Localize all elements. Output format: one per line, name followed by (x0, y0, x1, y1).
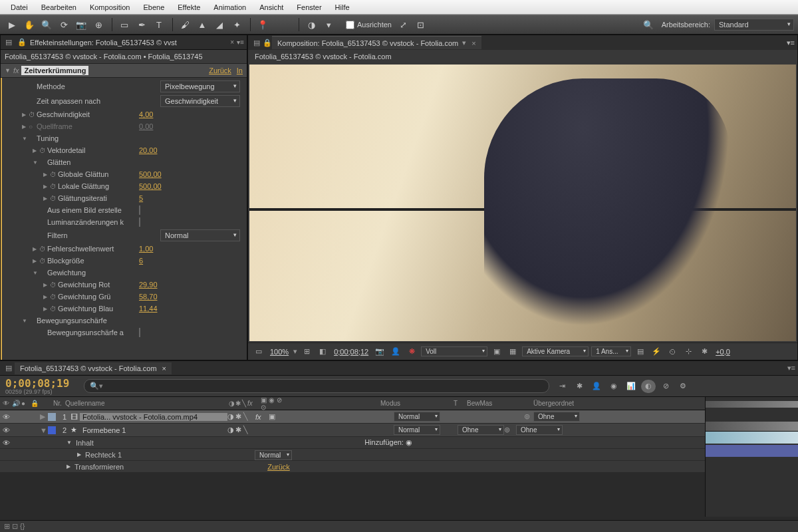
twirl-icon[interactable]: ▶ (33, 148, 39, 154)
twirl-icon[interactable]: ▶ (43, 184, 50, 190)
menu-ebene[interactable]: Ebene (136, 1, 171, 13)
ausrichten-checkbox[interactable] (346, 21, 354, 29)
misc1-icon[interactable]: ◑ (303, 17, 319, 32)
roto-tool-icon[interactable]: ✦ (229, 17, 245, 32)
property-row[interactable]: ▶⏱Gewichtung Blau11,44 (2, 303, 247, 315)
fast-icon[interactable]: ⚡ (650, 346, 663, 358)
prop-value[interactable]: 500,00 (139, 182, 162, 190)
property-row[interactable]: ▼Bewegungsunschärfe (2, 315, 247, 327)
menu-datei[interactable]: Datei (4, 1, 35, 13)
tree-icon[interactable]: ⊹ (682, 346, 695, 358)
twirl-icon[interactable]: ▶ (43, 294, 50, 300)
property-row[interactable]: ▶⏱Gewichtung Grü58,70 (2, 291, 247, 303)
exposure-value[interactable]: +0,0 (714, 348, 732, 356)
property-row[interactable]: ▶⏱Lokale Glättung500,00 (2, 180, 247, 192)
menu-komposition[interactable]: Komposition (83, 1, 137, 13)
pixel-icon[interactable]: ▤ (634, 346, 647, 358)
rgb-icon[interactable]: ❋ (405, 346, 418, 358)
stopwatch-icon[interactable]: ⏱ (50, 293, 58, 301)
twirl-icon[interactable]: ▼ (33, 270, 39, 276)
comp-panel-menu2-icon[interactable]: ▾≡ (787, 39, 795, 47)
twirl-icon[interactable]: ▶ (43, 282, 50, 288)
add-button-icon[interactable]: ◉ (406, 438, 412, 446)
transform-reset-link[interactable]: Zurück (267, 463, 290, 471)
property-row[interactable]: ▶⏱Fehlerschwellenwert1,00 (2, 243, 247, 255)
prop-value[interactable]: 29,90 (139, 281, 158, 289)
stamp-tool-icon[interactable]: ▲ (194, 17, 210, 32)
exposure-icon[interactable]: ✱ (698, 346, 711, 358)
view-dropdown[interactable]: Aktive Kamera (522, 346, 589, 356)
prop-value[interactable]: 4,00 (139, 110, 153, 118)
twirl-icon[interactable]: ▶ (43, 172, 50, 178)
snap1-icon[interactable]: ⤢ (396, 17, 412, 32)
effects-tab-title[interactable]: Effekteinstellungen: Fotolia_65137453 © … (30, 39, 227, 47)
prop-checkbox[interactable] (139, 205, 140, 215)
tl-shy-icon[interactable]: 👤 (589, 380, 604, 393)
magnify-icon[interactable]: ▭ (252, 346, 265, 358)
text-tool-icon[interactable]: T (151, 17, 167, 32)
prop-checkbox[interactable] (139, 328, 140, 337)
parent-dropdown[interactable]: Ohne (516, 425, 563, 435)
twirl-icon[interactable]: ▶ (33, 246, 39, 252)
menu-hilfe[interactable]: Hilfe (329, 1, 356, 13)
fx-twirl-icon[interactable]: ▼ (5, 67, 11, 74)
hand-tool-icon[interactable]: ✋ (21, 17, 37, 32)
timeline-ruler[interactable]: :00s (705, 397, 798, 517)
menu-bearbeiten[interactable]: Bearbeiten (35, 1, 83, 13)
layer-name-label[interactable]: Formebene 1 (80, 426, 227, 434)
layer-row-1[interactable]: 👁 ▶ 1 🎞 Fotolia... vvstock - Fotolia.com… (0, 410, 705, 424)
camera-tool-icon[interactable]: 📷 (73, 17, 89, 32)
panel-menu-icon[interactable]: ▤ (3, 37, 14, 48)
menu-effekte[interactable]: Effekte (171, 1, 207, 13)
prop-dropdown[interactable]: Pixelbewegung (160, 80, 240, 92)
tl-draft-icon[interactable]: ◐ (641, 380, 656, 393)
property-row[interactable]: Zeit anpassen nachGeschwindigkeit (2, 94, 247, 108)
stopwatch-icon[interactable]: ⏱ (50, 305, 58, 313)
composition-viewer[interactable] (249, 65, 796, 341)
panel-menu2-icon[interactable]: ▾≡ (237, 39, 244, 46)
tl-tool7-icon[interactable]: ⊘ (658, 380, 673, 393)
layer-color-swatch[interactable] (48, 426, 56, 434)
time1-icon[interactable]: ⏲ (666, 346, 679, 358)
twirl-icon[interactable]: ▶ (43, 306, 50, 312)
fx-reset-link[interactable]: Zurück (209, 66, 231, 74)
tl-panel-icon[interactable]: ▤ (5, 364, 12, 372)
shape-track-bar[interactable] (706, 445, 798, 457)
twirl-icon[interactable]: ▶ (33, 258, 39, 264)
prop-value[interactable]: 6 (139, 257, 143, 265)
prop-value[interactable]: 500,00 (139, 170, 162, 178)
tl-graph-icon[interactable]: 📊 (624, 380, 638, 393)
selection-tool-icon[interactable]: ▶ (4, 17, 20, 32)
rotate-tool-icon[interactable]: ⟳ (56, 17, 72, 32)
zoom-value[interactable]: 100% (268, 348, 291, 356)
sublayer-inhalt[interactable]: 👁 ▼Inhalt Hinzufügen: ◉ (0, 437, 705, 449)
pen-tool-icon[interactable]: ✒ (134, 17, 150, 32)
stopwatch-icon[interactable]: ⏱ (50, 171, 58, 178)
stopwatch-icon[interactable]: ⏱ (39, 257, 47, 265)
property-row[interactable]: ▶⏱Gewichtung Rot29,90 (2, 279, 247, 291)
mode-dropdown[interactable]: Normal (394, 412, 440, 422)
stopwatch-icon[interactable]: ⏱ (50, 183, 58, 190)
timeline-search-input[interactable]: 🔍▾ (84, 379, 549, 393)
property-row[interactable]: MethodePixelbewegung (2, 79, 247, 94)
stopwatch-icon[interactable]: ○ (29, 123, 37, 130)
menu-animation[interactable]: Animation (207, 1, 253, 13)
menu-ansicht[interactable]: Ansicht (253, 1, 290, 13)
channel-icon[interactable]: 👤 (389, 346, 402, 358)
prop-value[interactable]: 11,44 (139, 305, 158, 313)
toggle-switches-icon[interactable]: ⊞ ⊡ {} (4, 522, 25, 530)
views-dropdown[interactable]: 1 Ans... (591, 346, 631, 356)
lock-icon[interactable]: 🔒 (17, 37, 27, 48)
tl-panel-menu-icon[interactable]: ▾≡ (787, 364, 795, 372)
close-icon[interactable]: × (471, 39, 475, 47)
rect-tool-icon[interactable]: ▭ (116, 17, 132, 32)
comp-lock-icon[interactable]: 🔒 (263, 39, 272, 47)
twirl-icon[interactable]: ▶ (22, 124, 29, 130)
comp-tab[interactable]: Komposition: Fotolia_65137453 © vvstock … (272, 36, 481, 49)
brush-tool-icon[interactable]: 🖌 (177, 17, 193, 32)
prop-value[interactable]: 58,70 (139, 293, 158, 301)
property-row[interactable]: ▶⏱Globale Glättun500,00 (2, 168, 247, 180)
resolution-dropdown[interactable]: Voll (421, 346, 487, 356)
prop-value[interactable]: 20,00 (139, 146, 158, 154)
comp-panel-menu-icon[interactable]: ▤ (253, 39, 260, 47)
